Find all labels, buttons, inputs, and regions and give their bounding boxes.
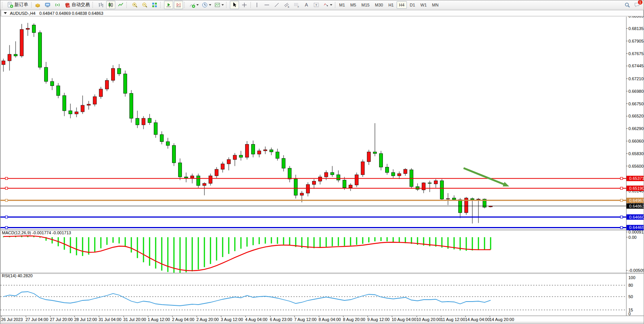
template-icon (214, 2, 220, 8)
macd-axis-label: 0.00 (628, 235, 636, 240)
bull-candle (87, 104, 91, 105)
fibonacci-button[interactable]: F (292, 1, 301, 9)
bid-price-label: 0.64863 (629, 204, 644, 208)
resistance-line-1-price-label: 0.65371 (629, 176, 644, 181)
svg-text:A: A (305, 2, 308, 8)
bull-candle (477, 199, 480, 200)
chevron-down-icon (209, 4, 211, 6)
toolbar-grip (184, 2, 186, 8)
trendline-button[interactable] (272, 1, 281, 9)
new-order-button[interactable]: 新订单 (6, 1, 30, 9)
auto-scroll-button[interactable] (164, 1, 173, 9)
vertical-line-icon (254, 2, 260, 8)
auto-trading-button[interactable]: 自动交易 (63, 1, 91, 9)
bear-candle (276, 152, 279, 159)
support-line-1-handle[interactable] (620, 216, 623, 218)
time-axis-label: 27 Jul 04:00 (26, 317, 48, 322)
chart-shift-button[interactable] (174, 1, 183, 9)
timeframe-button-MN[interactable]: MN (430, 1, 441, 9)
resistance-line-1-handle[interactable] (5, 177, 8, 179)
pivot-line-handle[interactable] (620, 199, 623, 202)
pivot-line-handle[interactable] (5, 199, 8, 202)
vertical-line-button[interactable] (252, 1, 261, 9)
timeframe-button-M30[interactable]: M30 (373, 1, 385, 9)
time-axis-label: 31 Jul 20:00 (123, 317, 146, 322)
notifications-button[interactable]: 1 (633, 1, 642, 9)
zoom-in-button[interactable] (130, 1, 139, 9)
line-chart-button[interactable] (116, 1, 125, 9)
macd-axis-label: -0.005093 (628, 268, 644, 273)
bull-candle (191, 176, 194, 178)
chart-background (0, 10, 644, 324)
timeframe-button-H4[interactable]: H4 (397, 1, 406, 9)
bear-candle (179, 163, 182, 177)
search-button[interactable] (623, 1, 632, 9)
zoom-out-button[interactable] (140, 1, 149, 9)
cursor-button[interactable] (230, 1, 239, 9)
bull-candle (2, 61, 5, 65)
horizontal-line-button[interactable] (262, 1, 271, 9)
text-label-icon: T (313, 2, 319, 8)
collapse-triangle-icon[interactable] (4, 12, 7, 14)
time-axis-label: 7 Aug 12:00 (294, 317, 317, 322)
candlestick-chart-button[interactable] (106, 1, 115, 9)
timeframe-button-W1[interactable]: W1 (418, 1, 429, 9)
bear-candle (38, 33, 42, 67)
metaeditor-button[interactable] (43, 1, 52, 9)
market-watch-gold-button[interactable] (33, 1, 42, 9)
indicators-button[interactable] (188, 1, 200, 9)
timeframe-button-M1[interactable]: M1 (337, 1, 347, 9)
crosshair-button[interactable] (240, 1, 249, 9)
resistance-line-2-handle[interactable] (620, 187, 623, 189)
bear-candle (130, 93, 133, 118)
time-axis-label: 6 Aug 23:00 (270, 317, 292, 322)
periods-button[interactable] (201, 1, 212, 9)
bull-candle (300, 193, 304, 195)
new-order-icon (7, 2, 13, 8)
bear-candle (185, 177, 188, 178)
resistance-line-1-handle[interactable] (620, 177, 623, 179)
text-button[interactable]: A (302, 1, 311, 9)
tile-windows-button[interactable] (150, 1, 159, 9)
resistance-line-2-handle[interactable] (5, 187, 8, 189)
toolbar-separator (335, 2, 335, 8)
rsi-axis-label: 0 (628, 311, 631, 316)
chart-canvas[interactable]: 0.683650.681350.679050.676750.674450.672… (0, 0, 644, 324)
bull-candle (93, 97, 97, 104)
bull-candle (203, 183, 206, 186)
bear-candle (386, 167, 389, 172)
metaeditor-pc-icon (45, 2, 51, 8)
time-axis-label: 27 Jul 20:00 (50, 317, 73, 322)
bear-candle (294, 179, 298, 195)
svg-text:T: T (316, 3, 317, 7)
bull-candle (221, 164, 225, 169)
price-axis-label: 0.66980 (628, 89, 644, 94)
equidistant-channel-button[interactable]: E (282, 1, 291, 9)
timeframe-button-D1[interactable]: D1 (408, 1, 418, 9)
signals-button[interactable] (53, 1, 62, 9)
gold-icon (35, 2, 41, 8)
arrows-button[interactable] (322, 1, 333, 9)
timeframe-button-M15[interactable]: M15 (359, 1, 372, 9)
bar-chart-button[interactable] (96, 1, 105, 9)
support-line-2-handle[interactable] (620, 226, 623, 229)
support-line-2-handle[interactable] (5, 226, 8, 229)
toolbar-grip (160, 2, 162, 8)
bull-candle (105, 80, 109, 89)
text-label-button[interactable]: T (312, 1, 321, 9)
auto-trading-icon (64, 2, 70, 8)
timeframe-button-H1[interactable]: H1 (386, 1, 396, 9)
timeframe-button-M5[interactable]: M5 (348, 1, 358, 9)
toolbar-separator (31, 2, 32, 8)
chart-title-bar[interactable]: AUDUSD-,H4 0.64847 0.64869 0.64838 0.648… (1, 10, 644, 16)
support-line-1-handle[interactable] (5, 216, 8, 218)
price-axis-label: 0.66750 (628, 102, 644, 106)
time-axis-label: 9 Aug 12:00 (367, 317, 390, 322)
time-axis-label: 11 Aug 12:00 (441, 317, 465, 322)
time-axis-label: 28 Jul 12:00 (74, 317, 97, 322)
bear-candle (154, 123, 158, 135)
bear-candle (14, 54, 18, 56)
bear-candle (440, 181, 444, 199)
bull-candle (26, 28, 30, 29)
templates-button[interactable] (213, 1, 225, 9)
